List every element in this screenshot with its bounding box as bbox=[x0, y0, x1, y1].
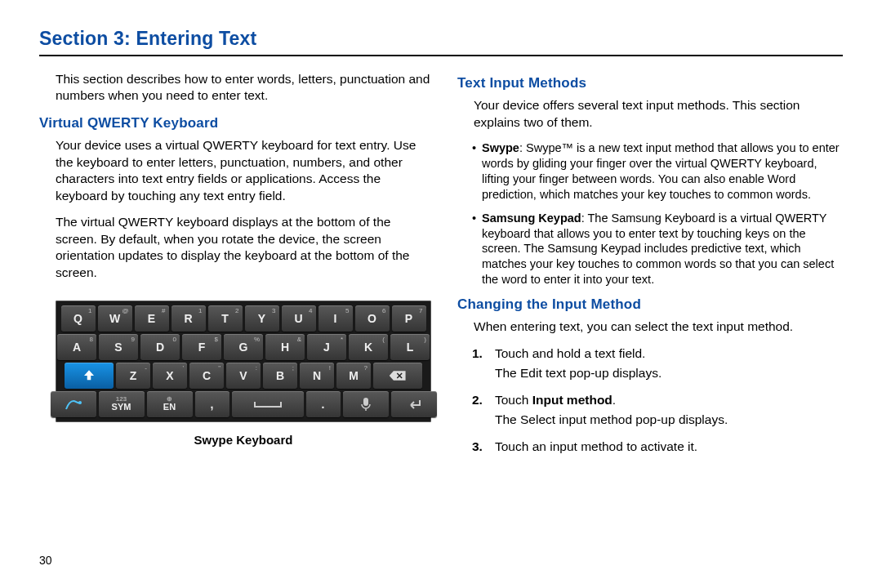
heading-changing-input: Changing the Input Method bbox=[457, 296, 843, 314]
step-item: 2.Touch Input method.The Select input me… bbox=[472, 392, 843, 429]
key-u: U4 bbox=[282, 305, 316, 332]
kbd-row-4: 123SYM⊕EN,. bbox=[59, 391, 428, 417]
key-l: L) bbox=[390, 334, 430, 360]
key-a: A8 bbox=[57, 334, 96, 360]
key-p: P7 bbox=[392, 305, 426, 332]
heading-virtual-qwerty: Virtual QWERTY Keyboard bbox=[39, 114, 431, 132]
key-i: I5 bbox=[318, 305, 353, 332]
key-j: J* bbox=[307, 334, 346, 360]
bullet-item: Samsung Keypad: The Samsung Keyboard is … bbox=[472, 211, 843, 287]
key-t: T2 bbox=[208, 305, 243, 332]
step-item: 3.Touch an input method to activate it. bbox=[472, 439, 843, 455]
key-c: C" bbox=[189, 363, 224, 389]
key-b: B; bbox=[263, 363, 297, 389]
svg-rect-1 bbox=[363, 398, 368, 406]
key-y: Y3 bbox=[245, 305, 279, 332]
heading-text-input-methods: Text Input Methods bbox=[457, 74, 843, 92]
step-item: 1.Touch and hold a text field.The Edit t… bbox=[472, 345, 843, 382]
two-column-layout: This section describes how to enter word… bbox=[39, 71, 843, 465]
key-.: . bbox=[306, 391, 341, 417]
key-m: M? bbox=[336, 363, 371, 389]
enter-key-icon bbox=[391, 391, 437, 417]
methods-bullets: Swype: Swype™ is a new text input method… bbox=[472, 140, 843, 287]
svg-point-0 bbox=[78, 401, 82, 404]
changing-steps: 1.Touch and hold a text field.The Edit t… bbox=[472, 345, 843, 455]
language-key: ⊕EN bbox=[147, 391, 193, 417]
key-h: H& bbox=[265, 334, 305, 360]
key-r: R1 bbox=[172, 305, 206, 332]
kbd-row-3: Z-X'C"V:B;N!M? bbox=[59, 363, 428, 389]
qwerty-para-2: The virtual QWERTY keyboard displays at … bbox=[56, 214, 431, 281]
swype-key-icon bbox=[51, 391, 96, 417]
key-v: V: bbox=[226, 363, 261, 389]
shift-key bbox=[65, 363, 114, 389]
right-column: Text Input Methods Your device offers se… bbox=[452, 71, 843, 465]
key-n: N! bbox=[300, 363, 334, 389]
swype-keyboard-image: Q1W@E#R1T2Y3U4I5O6P7 A8S9D0F$G%H&J*K(L) … bbox=[56, 301, 431, 422]
key-k: K( bbox=[349, 334, 388, 360]
key-x: X' bbox=[153, 363, 187, 389]
key-f: F$ bbox=[182, 334, 221, 360]
key-e: E# bbox=[135, 305, 169, 332]
key-q: Q1 bbox=[61, 305, 96, 332]
key-d: D0 bbox=[140, 334, 180, 360]
key-g: G% bbox=[224, 334, 263, 360]
kbd-row-2: A8S9D0F$G%H&J*K(L) bbox=[59, 334, 428, 360]
backspace-key bbox=[373, 363, 422, 389]
intro-text: This section describes how to enter word… bbox=[56, 71, 431, 105]
changing-intro: When entering text, you can select the t… bbox=[474, 318, 843, 335]
section-title: Section 3: Entering Text bbox=[39, 28, 843, 56]
sym-key: 123SYM bbox=[99, 391, 145, 417]
key-,: , bbox=[195, 391, 229, 417]
key-o: O6 bbox=[355, 305, 390, 332]
left-column: This section describes how to enter word… bbox=[39, 71, 436, 465]
methods-intro: Your device offers several text input me… bbox=[474, 97, 843, 131]
bullet-item: Swype: Swype™ is a new text input method… bbox=[472, 140, 843, 202]
page-number: 30 bbox=[39, 554, 52, 567]
key-z: Z- bbox=[116, 363, 150, 389]
manual-page: Section 3: Entering Text This section de… bbox=[0, 0, 882, 588]
key-s: S9 bbox=[99, 334, 138, 360]
keyboard-caption: Swype Keyboard bbox=[56, 432, 431, 448]
keyboard-figure: Q1W@E#R1T2Y3U4I5O6P7 A8S9D0F$G%H&J*K(L) … bbox=[56, 301, 431, 448]
kbd-row-1: Q1W@E#R1T2Y3U4I5O6P7 bbox=[59, 305, 428, 332]
mic-key-icon bbox=[343, 391, 389, 417]
space-key bbox=[232, 391, 304, 417]
key-w: W@ bbox=[98, 305, 132, 332]
qwerty-para-1: Your device uses a virtual QWERTY keyboa… bbox=[56, 137, 431, 204]
